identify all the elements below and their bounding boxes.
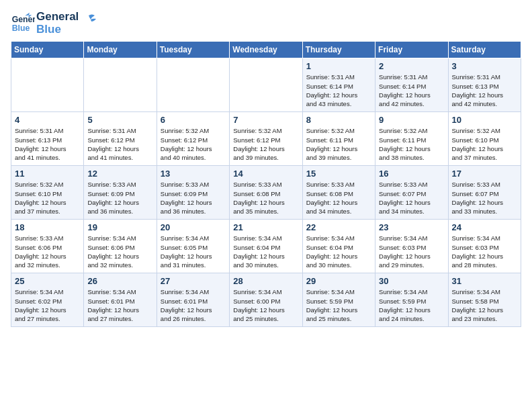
weekday-header-tuesday: Tuesday [157,42,229,58]
day-info: Sunrise: 5:31 AM Sunset: 6:14 PM Dayligh… [379,73,444,108]
logo-icon: General Blue [11,11,35,36]
calendar-cell: 17Sunrise: 5:33 AM Sunset: 6:07 PM Dayli… [448,166,521,220]
calendar-cell [157,58,229,112]
calendar-cell: 31Sunrise: 5:34 AM Sunset: 5:58 PM Dayli… [448,273,521,327]
day-info: Sunrise: 5:32 AM Sunset: 6:10 PM Dayligh… [452,126,517,162]
day-number: 14 [233,169,298,179]
calendar-cell: 28Sunrise: 5:34 AM Sunset: 6:00 PM Dayli… [230,273,302,327]
calendar-cell: 13Sunrise: 5:33 AM Sunset: 6:09 PM Dayli… [157,166,229,220]
calendar-cell: 10Sunrise: 5:32 AM Sunset: 6:10 PM Dayli… [448,112,521,166]
weekday-header-sunday: Sunday [11,42,84,58]
calendar-cell: 27Sunrise: 5:34 AM Sunset: 6:01 PM Dayli… [157,273,229,327]
calendar-cell: 8Sunrise: 5:32 AM Sunset: 6:11 PM Daylig… [302,112,375,166]
weekday-header-monday: Monday [84,42,157,58]
day-number: 5 [87,115,152,125]
weekday-header-friday: Friday [375,42,448,58]
calendar-cell: 18Sunrise: 5:33 AM Sunset: 6:06 PM Dayli… [11,220,84,273]
day-number: 21 [233,222,298,232]
weekday-header-row: SundayMondayTuesdayWednesdayThursdayFrid… [11,42,521,58]
day-info: Sunrise: 5:34 AM Sunset: 6:01 PM Dayligh… [161,287,226,323]
day-info: Sunrise: 5:33 AM Sunset: 6:07 PM Dayligh… [379,180,444,216]
week-row-5: 25Sunrise: 5:34 AM Sunset: 6:02 PM Dayli… [11,273,521,327]
day-number: 30 [379,276,444,286]
calendar-cell: 11Sunrise: 5:32 AM Sunset: 6:10 PM Dayli… [11,166,84,220]
day-info: Sunrise: 5:32 AM Sunset: 6:12 PM Dayligh… [233,126,298,162]
calendar-cell [11,58,84,112]
day-number: 17 [452,169,517,179]
day-info: Sunrise: 5:34 AM Sunset: 6:04 PM Dayligh… [306,234,371,269]
bird-icon [81,13,96,28]
day-number: 23 [379,222,444,232]
calendar-cell: 15Sunrise: 5:33 AM Sunset: 6:08 PM Dayli… [302,166,375,220]
day-info: Sunrise: 5:32 AM Sunset: 6:10 PM Dayligh… [15,180,80,216]
week-row-4: 18Sunrise: 5:33 AM Sunset: 6:06 PM Dayli… [11,220,521,273]
day-number: 7 [233,115,298,125]
day-number: 15 [306,169,371,179]
calendar-cell: 7Sunrise: 5:32 AM Sunset: 6:12 PM Daylig… [230,112,302,166]
calendar-cell: 24Sunrise: 5:34 AM Sunset: 6:03 PM Dayli… [448,220,521,273]
calendar-cell: 29Sunrise: 5:34 AM Sunset: 5:59 PM Dayli… [302,273,375,327]
logo-blue: Blue [36,24,79,36]
day-info: Sunrise: 5:33 AM Sunset: 6:06 PM Dayligh… [15,234,80,269]
day-info: Sunrise: 5:34 AM Sunset: 6:04 PM Dayligh… [233,234,298,269]
day-info: Sunrise: 5:33 AM Sunset: 6:09 PM Dayligh… [87,180,152,216]
day-info: Sunrise: 5:32 AM Sunset: 6:11 PM Dayligh… [379,126,444,162]
day-info: Sunrise: 5:31 AM Sunset: 6:13 PM Dayligh… [15,126,80,162]
page-header: General Blue General Blue [11,11,521,36]
day-info: Sunrise: 5:33 AM Sunset: 6:08 PM Dayligh… [233,180,298,216]
logo: General Blue General Blue [11,11,96,36]
day-info: Sunrise: 5:34 AM Sunset: 5:59 PM Dayligh… [306,287,371,323]
calendar-cell: 25Sunrise: 5:34 AM Sunset: 6:02 PM Dayli… [11,273,84,327]
calendar-cell: 30Sunrise: 5:34 AM Sunset: 5:59 PM Dayli… [375,273,448,327]
day-info: Sunrise: 5:33 AM Sunset: 6:08 PM Dayligh… [306,180,371,216]
day-info: Sunrise: 5:33 AM Sunset: 6:07 PM Dayligh… [452,180,517,216]
calendar-cell: 3Sunrise: 5:31 AM Sunset: 6:13 PM Daylig… [448,58,521,112]
day-number: 1 [306,61,371,71]
calendar-cell: 26Sunrise: 5:34 AM Sunset: 6:01 PM Dayli… [84,273,157,327]
day-info: Sunrise: 5:32 AM Sunset: 6:12 PM Dayligh… [161,126,226,162]
day-info: Sunrise: 5:34 AM Sunset: 6:01 PM Dayligh… [87,287,152,323]
day-number: 11 [15,169,80,179]
day-info: Sunrise: 5:33 AM Sunset: 6:09 PM Dayligh… [161,180,226,216]
day-info: Sunrise: 5:34 AM Sunset: 5:58 PM Dayligh… [452,287,517,323]
day-number: 26 [87,276,152,286]
day-info: Sunrise: 5:34 AM Sunset: 6:02 PM Dayligh… [15,287,80,323]
day-number: 18 [15,222,80,232]
day-info: Sunrise: 5:34 AM Sunset: 6:03 PM Dayligh… [452,234,517,269]
calendar-cell: 16Sunrise: 5:33 AM Sunset: 6:07 PM Dayli… [375,166,448,220]
day-info: Sunrise: 5:34 AM Sunset: 5:59 PM Dayligh… [379,287,444,323]
day-info: Sunrise: 5:31 AM Sunset: 6:13 PM Dayligh… [452,73,517,108]
day-number: 27 [161,276,226,286]
calendar-cell: 21Sunrise: 5:34 AM Sunset: 6:04 PM Dayli… [230,220,302,273]
day-number: 6 [161,115,226,125]
logo-general: General [36,11,79,24]
weekday-header-wednesday: Wednesday [230,42,302,58]
calendar-cell [84,58,157,112]
day-number: 16 [379,169,444,179]
day-number: 20 [161,222,226,232]
day-number: 29 [306,276,371,286]
day-number: 22 [306,222,371,232]
day-number: 12 [87,169,152,179]
calendar-cell: 23Sunrise: 5:34 AM Sunset: 6:03 PM Dayli… [375,220,448,273]
weekday-header-saturday: Saturday [448,42,521,58]
svg-text:General: General [12,15,35,24]
calendar-cell: 22Sunrise: 5:34 AM Sunset: 6:04 PM Dayli… [302,220,375,273]
day-number: 8 [306,115,371,125]
day-info: Sunrise: 5:34 AM Sunset: 6:06 PM Dayligh… [87,234,152,269]
calendar-cell: 5Sunrise: 5:31 AM Sunset: 6:12 PM Daylig… [84,112,157,166]
day-number: 28 [233,276,298,286]
calendar-cell: 12Sunrise: 5:33 AM Sunset: 6:09 PM Dayli… [84,166,157,220]
week-row-1: 1Sunrise: 5:31 AM Sunset: 6:14 PM Daylig… [11,58,521,112]
day-number: 10 [452,115,517,125]
day-number: 3 [452,61,517,71]
calendar-cell: 1Sunrise: 5:31 AM Sunset: 6:14 PM Daylig… [302,58,375,112]
calendar-cell: 20Sunrise: 5:34 AM Sunset: 6:05 PM Dayli… [157,220,229,273]
day-info: Sunrise: 5:31 AM Sunset: 6:12 PM Dayligh… [87,126,152,162]
day-number: 31 [452,276,517,286]
day-info: Sunrise: 5:34 AM Sunset: 6:03 PM Dayligh… [379,234,444,269]
calendar-cell: 6Sunrise: 5:32 AM Sunset: 6:12 PM Daylig… [157,112,229,166]
calendar-table: SundayMondayTuesdayWednesdayThursdayFrid… [11,41,521,327]
calendar-cell: 19Sunrise: 5:34 AM Sunset: 6:06 PM Dayli… [84,220,157,273]
day-number: 13 [161,169,226,179]
